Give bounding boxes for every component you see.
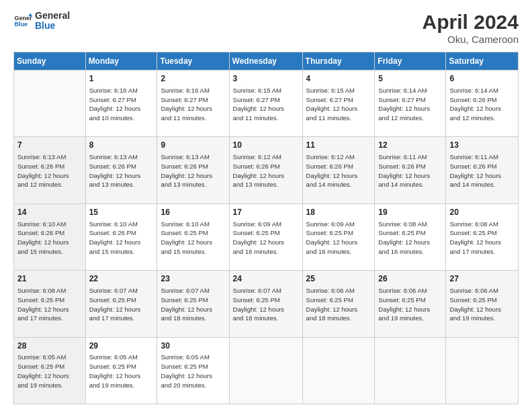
day-info: Sunrise: 6:10 AMSunset: 6:25 PMDaylight:…	[161, 220, 225, 257]
table-row	[446, 337, 519, 404]
day-number: 18	[306, 207, 371, 218]
col-tuesday: Tuesday	[157, 52, 229, 71]
table-row: 25Sunrise: 6:06 AMSunset: 6:25 PMDayligh…	[302, 271, 375, 337]
table-row: 28Sunrise: 6:05 AMSunset: 6:25 PMDayligh…	[14, 337, 86, 404]
col-thursday: Thursday	[302, 52, 375, 71]
table-row: 18Sunrise: 6:09 AMSunset: 6:25 PMDayligh…	[302, 203, 375, 270]
location: Oku, Cameroon	[423, 34, 519, 45]
day-info: Sunrise: 6:11 AMSunset: 6:26 PMDaylight:…	[378, 152, 442, 189]
table-row: 21Sunrise: 6:08 AMSunset: 6:25 PMDayligh…	[14, 271, 86, 337]
day-number: 29	[89, 340, 154, 352]
calendar-table: Sunday Monday Tuesday Wednesday Thursday…	[13, 52, 519, 404]
table-row: 29Sunrise: 6:05 AMSunset: 6:25 PMDayligh…	[85, 337, 157, 404]
day-info: Sunrise: 6:15 AMSunset: 6:27 PMDaylight:…	[233, 86, 299, 123]
day-info: Sunrise: 6:13 AMSunset: 6:26 PMDaylight:…	[161, 152, 225, 189]
day-info: Sunrise: 6:07 AMSunset: 6:25 PMDaylight:…	[89, 286, 154, 323]
day-number: 30	[161, 340, 225, 352]
day-number: 25	[306, 273, 371, 285]
table-row	[229, 337, 302, 404]
day-info: Sunrise: 6:16 AMSunset: 6:27 PMDaylight:…	[89, 86, 154, 123]
day-info: Sunrise: 6:12 AMSunset: 6:26 PMDaylight:…	[306, 152, 371, 189]
table-row: 7Sunrise: 6:13 AMSunset: 6:26 PMDaylight…	[14, 137, 86, 203]
page: General Blue General Blue April 2024 Oku…	[0, 0, 532, 411]
col-saturday: Saturday	[446, 52, 519, 71]
day-number: 20	[449, 207, 515, 218]
table-row: 19Sunrise: 6:08 AMSunset: 6:25 PMDayligh…	[375, 203, 446, 270]
table-row: 30Sunrise: 6:05 AMSunset: 6:25 PMDayligh…	[157, 337, 229, 404]
day-info: Sunrise: 6:16 AMSunset: 6:27 PMDaylight:…	[161, 86, 225, 123]
table-row: 9Sunrise: 6:13 AMSunset: 6:26 PMDaylight…	[157, 137, 229, 203]
day-info: Sunrise: 6:05 AMSunset: 6:25 PMDaylight:…	[17, 353, 82, 390]
table-row	[375, 337, 446, 404]
day-info: Sunrise: 6:14 AMSunset: 6:26 PMDaylight:…	[449, 86, 515, 123]
day-info: Sunrise: 6:15 AMSunset: 6:27 PMDaylight:…	[306, 86, 371, 123]
table-row: 2Sunrise: 6:16 AMSunset: 6:27 PMDaylight…	[157, 71, 229, 137]
title-block: April 2024 Oku, Cameroon	[423, 11, 519, 45]
calendar-week-row: 14Sunrise: 6:10 AMSunset: 6:26 PMDayligh…	[14, 203, 519, 270]
day-number: 12	[378, 140, 442, 151]
day-info: Sunrise: 6:13 AMSunset: 6:26 PMDaylight:…	[89, 152, 154, 189]
calendar-header-row: Sunday Monday Tuesday Wednesday Thursday…	[14, 52, 519, 71]
day-number: 22	[89, 273, 154, 285]
day-info: Sunrise: 6:07 AMSunset: 6:25 PMDaylight:…	[161, 286, 225, 323]
day-number: 28	[17, 340, 82, 352]
day-info: Sunrise: 6:14 AMSunset: 6:27 PMDaylight:…	[378, 86, 442, 123]
table-row: 26Sunrise: 6:06 AMSunset: 6:25 PMDayligh…	[375, 271, 446, 337]
day-info: Sunrise: 6:05 AMSunset: 6:25 PMDaylight:…	[161, 353, 225, 390]
table-row: 5Sunrise: 6:14 AMSunset: 6:27 PMDaylight…	[375, 71, 446, 137]
table-row	[14, 71, 86, 137]
day-info: Sunrise: 6:10 AMSunset: 6:26 PMDaylight:…	[17, 220, 82, 257]
day-number: 6	[449, 73, 515, 85]
table-row: 17Sunrise: 6:09 AMSunset: 6:25 PMDayligh…	[229, 203, 302, 270]
table-row: 6Sunrise: 6:14 AMSunset: 6:26 PMDaylight…	[446, 71, 519, 137]
day-number: 13	[449, 140, 515, 151]
day-number: 8	[89, 140, 154, 151]
day-info: Sunrise: 6:09 AMSunset: 6:25 PMDaylight:…	[233, 220, 299, 257]
table-row: 24Sunrise: 6:07 AMSunset: 6:25 PMDayligh…	[229, 271, 302, 337]
table-row: 13Sunrise: 6:11 AMSunset: 6:26 PMDayligh…	[446, 137, 519, 203]
day-number: 21	[17, 273, 82, 285]
day-number: 24	[233, 273, 299, 285]
day-info: Sunrise: 6:06 AMSunset: 6:25 PMDaylight:…	[306, 286, 371, 323]
day-info: Sunrise: 6:13 AMSunset: 6:26 PMDaylight:…	[17, 152, 82, 189]
calendar-week-row: 28Sunrise: 6:05 AMSunset: 6:25 PMDayligh…	[14, 337, 519, 404]
day-number: 14	[17, 207, 82, 218]
calendar-week-row: 7Sunrise: 6:13 AMSunset: 6:26 PMDaylight…	[14, 137, 519, 203]
day-number: 3	[233, 73, 299, 85]
table-row: 4Sunrise: 6:15 AMSunset: 6:27 PMDaylight…	[302, 71, 375, 137]
calendar-week-row: 1Sunrise: 6:16 AMSunset: 6:27 PMDaylight…	[14, 71, 519, 137]
table-row: 10Sunrise: 6:12 AMSunset: 6:26 PMDayligh…	[229, 137, 302, 203]
day-number: 27	[449, 273, 515, 285]
day-info: Sunrise: 6:06 AMSunset: 6:25 PMDaylight:…	[378, 286, 442, 323]
day-number: 23	[161, 273, 225, 285]
day-number: 19	[378, 207, 442, 218]
table-row: 16Sunrise: 6:10 AMSunset: 6:25 PMDayligh…	[157, 203, 229, 270]
day-number: 15	[89, 207, 154, 218]
col-friday: Friday	[375, 52, 446, 71]
day-info: Sunrise: 6:12 AMSunset: 6:26 PMDaylight:…	[233, 152, 299, 189]
logo-blue: Blue	[35, 21, 70, 31]
day-number: 5	[378, 73, 442, 85]
col-monday: Monday	[85, 52, 157, 71]
day-info: Sunrise: 6:11 AMSunset: 6:26 PMDaylight:…	[449, 152, 515, 189]
day-info: Sunrise: 6:08 AMSunset: 6:25 PMDaylight:…	[378, 220, 442, 257]
svg-text:Blue: Blue	[14, 21, 28, 28]
header: General Blue General Blue April 2024 Oku…	[13, 11, 519, 45]
day-info: Sunrise: 6:05 AMSunset: 6:25 PMDaylight:…	[89, 353, 154, 390]
day-number: 17	[233, 207, 299, 218]
day-number: 7	[17, 140, 82, 151]
table-row: 20Sunrise: 6:08 AMSunset: 6:25 PMDayligh…	[446, 203, 519, 270]
day-number: 9	[161, 140, 225, 151]
day-number: 1	[89, 73, 154, 85]
day-info: Sunrise: 6:09 AMSunset: 6:25 PMDaylight:…	[306, 220, 371, 257]
logo: General Blue General Blue	[13, 11, 70, 32]
table-row: 27Sunrise: 6:06 AMSunset: 6:25 PMDayligh…	[446, 271, 519, 337]
day-info: Sunrise: 6:07 AMSunset: 6:25 PMDaylight:…	[233, 286, 299, 323]
table-row: 14Sunrise: 6:10 AMSunset: 6:26 PMDayligh…	[14, 203, 86, 270]
table-row: 3Sunrise: 6:15 AMSunset: 6:27 PMDaylight…	[229, 71, 302, 137]
day-number: 26	[378, 273, 442, 285]
logo-icon: General Blue	[13, 11, 32, 30]
day-info: Sunrise: 6:06 AMSunset: 6:25 PMDaylight:…	[449, 286, 515, 323]
calendar-week-row: 21Sunrise: 6:08 AMSunset: 6:25 PMDayligh…	[14, 271, 519, 337]
table-row: 23Sunrise: 6:07 AMSunset: 6:25 PMDayligh…	[157, 271, 229, 337]
